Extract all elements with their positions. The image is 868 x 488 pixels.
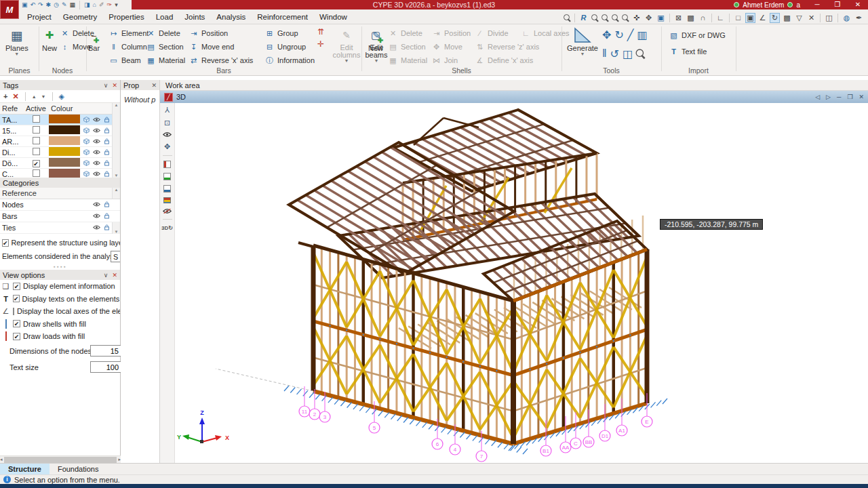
bar-material-button[interactable]: ▦Material xyxy=(146,54,185,66)
tag-row[interactable]: 15... xyxy=(0,125,120,136)
collapse-icon[interactable]: ∨ xyxy=(104,82,108,89)
user2-name[interactable]: a xyxy=(796,1,800,9)
tool-move-icon[interactable]: ✥ xyxy=(602,28,611,41)
menu-properties[interactable]: Properties xyxy=(108,13,144,21)
pan-icon[interactable]: ✜ xyxy=(631,13,642,23)
eye-icon[interactable] xyxy=(93,171,100,177)
menu-project[interactable]: Project xyxy=(27,13,52,21)
close-icon[interactable]: ✕ xyxy=(112,272,117,279)
generate-button[interactable]: Generate▼ xyxy=(567,26,598,56)
tag-row[interactable]: Dö... ✔ xyxy=(0,158,120,169)
move-down-icon[interactable]: ▼ xyxy=(41,94,46,99)
tag-row[interactable]: AR... xyxy=(0,136,120,147)
view-close-button[interactable]: ✕ xyxy=(859,94,864,100)
colour-swatch[interactable] xyxy=(49,147,80,156)
tag-row[interactable]: Di... xyxy=(0,147,120,158)
colour-swatch[interactable] xyxy=(49,169,80,178)
tool-rotate-y-icon[interactable]: ↻ xyxy=(614,28,623,41)
bar-delete-button[interactable]: ✕Delete xyxy=(146,27,185,39)
edit-tags-icon[interactable]: ◈ xyxy=(59,92,64,101)
lock-icon[interactable] xyxy=(103,149,111,155)
eye-icon[interactable] xyxy=(93,138,100,144)
lock-icon[interactable] xyxy=(103,224,111,230)
bar-beam-button[interactable]: ▭Beam xyxy=(108,54,149,66)
zoom-window-icon[interactable] xyxy=(611,14,619,22)
eye-icon[interactable] xyxy=(93,149,100,155)
view-option[interactable]: ✔ Draw loads with fill xyxy=(0,330,120,343)
menu-analysis[interactable]: Analysis xyxy=(216,13,245,21)
frame-select-icon[interactable]: ⊠ xyxy=(673,13,684,23)
import-text-button[interactable]: TText file xyxy=(669,45,726,58)
brush-icon[interactable]: ✑ xyxy=(107,0,113,9)
colour-swatch[interactable] xyxy=(49,125,80,134)
colour-swatch[interactable] xyxy=(49,136,80,145)
active-checkbox[interactable] xyxy=(33,115,40,123)
stretch-bars-icon[interactable]: ⇈ xyxy=(317,27,324,37)
menu-geometry[interactable]: Geometry xyxy=(63,13,98,21)
view-option[interactable]: ✔ Draw shells with fill xyxy=(0,318,120,331)
checkbox[interactable]: ✔ xyxy=(13,320,20,327)
active-checkbox[interactable] xyxy=(33,126,40,134)
cube-icon[interactable] xyxy=(83,160,90,166)
menu-joints[interactable]: Joints xyxy=(184,13,205,21)
bar-information-button[interactable]: ⓘInformation xyxy=(264,54,315,66)
text-size-input[interactable] xyxy=(90,361,121,373)
settings-icon[interactable]: ✱ xyxy=(46,0,52,9)
scrollbar[interactable]: ▲ xyxy=(112,188,120,199)
view-option[interactable]: T ✔ Display texts on the elements xyxy=(0,293,120,306)
eye-icon[interactable] xyxy=(93,213,100,219)
home-icon[interactable]: ⌂ xyxy=(93,0,96,9)
web-icon[interactable]: ◍ xyxy=(842,13,852,23)
eye-icon[interactable] xyxy=(93,201,100,207)
view-option[interactable]: ❑ ✔ Display element information xyxy=(0,280,120,293)
menu-reinforcement[interactable]: Reinforcement xyxy=(257,13,308,21)
category-row[interactable]: Ties ▼ xyxy=(0,222,120,234)
lock-icon[interactable] xyxy=(103,201,111,207)
lock-icon[interactable] xyxy=(103,160,111,166)
cube-icon[interactable] xyxy=(83,149,90,155)
bar-column-button[interactable]: ‖Column xyxy=(108,41,149,53)
tool-slope-icon[interactable]: ╱ xyxy=(627,28,634,41)
node-dimensions-input[interactable] xyxy=(90,345,121,357)
orbit-icon[interactable]: ↻ xyxy=(770,13,780,23)
checkbox[interactable]: ✔ xyxy=(13,283,20,290)
layer-colours-option[interactable]: ✔ Represent the structure using layer c xyxy=(0,237,120,249)
node-new-button[interactable]: ✚ New xyxy=(42,26,57,52)
local-axes-icon[interactable]: ∟ xyxy=(715,13,726,23)
import-dxf-button[interactable]: ▧DXF or DWG xyxy=(669,29,726,41)
bar-position-button[interactable]: ⇥Position xyxy=(189,27,253,39)
shell-new-button[interactable]: ▢✚ New xyxy=(368,26,383,52)
splitter-handle[interactable]: ●●●● xyxy=(0,264,120,270)
green-plane-icon[interactable] xyxy=(163,173,171,180)
split-view-icon[interactable]: ◫ xyxy=(824,13,834,23)
tool-section-cut-icon[interactable]: ▥ xyxy=(637,28,647,41)
bar-reverse-x-button[interactable]: ⇄Reverse 'x' axis xyxy=(189,54,253,66)
bar-button[interactable]: ⎯✚ Bar xyxy=(88,26,100,52)
capture-icon[interactable]: ▦ xyxy=(70,0,76,9)
move-view-icon[interactable]: ✥ xyxy=(644,13,654,23)
active-checkbox[interactable] xyxy=(33,137,40,144)
cube-icon[interactable] xyxy=(83,171,90,177)
cube-icon[interactable] xyxy=(83,138,90,144)
bar-section-button[interactable]: ▤Section xyxy=(146,41,185,53)
blue-plane-icon[interactable] xyxy=(163,185,171,192)
pencil-icon[interactable]: ✐ xyxy=(99,0,104,9)
eye-icon[interactable] xyxy=(93,160,100,166)
lock-icon[interactable] xyxy=(103,127,111,134)
category-row[interactable]: Nodes xyxy=(0,199,120,211)
notes-icon[interactable]: ✎ xyxy=(62,0,67,9)
viewport-3d[interactable]: 11 2 3 5 6 4 7 B1 AA C BB D1 A1 E Z xyxy=(175,103,868,463)
view-3d-mode-icon[interactable]: 3D↻ xyxy=(161,224,173,232)
measure-angle-icon[interactable]: ∠ xyxy=(757,13,768,23)
view-restore-button[interactable]: ❒ xyxy=(847,94,852,100)
close-icon[interactable]: ✕ xyxy=(112,82,117,89)
previous-view-button[interactable]: ◁ xyxy=(815,94,820,100)
lock-icon[interactable] xyxy=(103,171,111,177)
tool-copy-section-icon[interactable]: ‖ xyxy=(602,47,607,60)
minimize-button[interactable]: ─ xyxy=(807,0,827,9)
view-option[interactable]: ∠ Display the local axes of the elem xyxy=(0,305,120,318)
tag-row[interactable]: C... xyxy=(0,169,120,178)
eye-icon[interactable] xyxy=(93,127,100,134)
tool-zoom-icon[interactable] xyxy=(635,48,646,60)
orbit-3d-icon[interactable]: ✥ xyxy=(164,142,170,150)
